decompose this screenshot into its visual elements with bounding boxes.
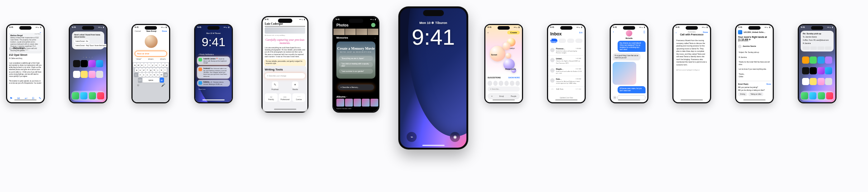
app-11[interactable] [817,78,825,85]
key-n[interactable]: n [156,73,159,77]
describe-input[interactable]: ✦ Describe... [488,87,520,92]
face-6[interactable] [515,81,520,86]
list-item[interactable]: United…9:32 AMCheck-in for flight to New… [548,56,585,66]
to-line[interactable]: To: Jasmine Sancie [803,36,831,38]
camera-button[interactable]: ◉ [450,132,460,142]
create-button[interactable]: Create [507,31,520,34]
app-4[interactable] [825,56,832,64]
app-reminders[interactable] [73,71,80,78]
key-space[interactable]: space [143,78,159,83]
rewrite-button[interactable]: ✦Rewrite [292,82,298,90]
dock-phone[interactable] [801,92,808,99]
flashlight-button[interactable]: ⌁ [407,132,417,142]
dock-music[interactable] [826,92,833,99]
face-3[interactable] [499,81,503,86]
received-image[interactable] [613,62,636,85]
header-tab[interactable]: UA1304, United Airlin... [738,30,771,34]
list-item[interactable]: Adil Jain8:15 AMSomething exciting [548,87,585,90]
prompt-pill-3[interactable]: "Last summer in our garden" [339,69,373,74]
list-item[interactable]: Florence…9:38 AMInvited to Ledoux soft o… [548,46,585,56]
dock-safari[interactable] [80,92,87,99]
tab-people[interactable]: People [511,95,517,97]
memory-card[interactable]: Create a Memory Movie WITH JUST A DESCRI… [336,41,375,79]
key-l[interactable]: l [163,68,167,72]
recent-grid[interactable] [334,29,378,35]
key-b[interactable]: b [153,73,156,77]
home-indicator[interactable] [493,99,515,100]
key-g[interactable]: g [149,68,153,72]
message-list[interactable]: Florence…9:38 AMInvited to Ledoux soft o… [548,46,585,89]
key-q[interactable]: q [133,63,136,67]
app-8[interactable] [825,67,832,74]
app-12[interactable] [825,78,832,85]
prompt-pill-1[interactable]: "Everything we ate in Japan" [339,56,373,61]
back-button[interactable]: ‹ [488,31,489,34]
key-y[interactable]: y [151,63,154,67]
key-m[interactable]: m [160,73,163,77]
dock-messages[interactable] [89,92,96,99]
suggestion-1[interactable]: "driver" [136,58,142,60]
key-z[interactable]: z [139,73,142,77]
done-button[interactable]: Done [767,83,771,85]
app-7[interactable] [817,67,825,74]
sent-message-1[interactable]: Any chance you could babysit Chico next … [618,41,646,52]
key-w[interactable]: w [137,63,140,67]
dock-phone[interactable] [72,92,79,99]
home-indicator[interactable] [743,99,766,100]
thread-header[interactable]: Michelle [611,30,647,39]
dock-messages[interactable] [818,92,825,99]
key-f[interactable]: f [146,68,149,72]
face-1[interactable] [488,81,492,86]
app-tv[interactable] [81,60,88,67]
app-wallet[interactable] [73,60,80,67]
key-o[interactable]: o [162,63,165,67]
albums-header[interactable]: Albums › [336,95,375,98]
compose-sheet[interactable]: Re: Sunday pick-up To: Jasmine Sancie Cc… [801,31,834,51]
seg-4[interactable] [575,39,582,43]
app-podcasts[interactable] [88,60,96,67]
sender-avatar[interactable] [738,45,742,48]
received-message-1[interactable]: It's a good thing I love that cat as muc… [613,53,641,60]
suggestion-2[interactable]: drivers [148,58,154,60]
app-9[interactable] [802,78,809,85]
face-4[interactable] [504,81,509,86]
page-dots[interactable]: • ● • • [70,56,106,58]
key-a[interactable]: a [135,68,138,72]
key-e[interactable]: e [140,63,144,67]
suggestion-3[interactable]: driver's [160,58,166,60]
done-button[interactable]: Done [162,30,167,32]
add-button[interactable]: ＋ [613,96,617,99]
tone-professional[interactable]: ▭Professional [279,93,292,102]
key-x[interactable]: x [142,73,145,77]
key-shift[interactable]: ⇧ [134,73,138,77]
flag-button[interactable]: ⚑ [10,97,13,100]
sent-message-2[interactable]: All heroes wear capes, but you don't nee… [618,86,646,93]
tone-concise[interactable]: ⋯Concise [292,93,305,102]
memories-section-header[interactable]: Memories› [336,36,375,39]
key-c[interactable]: c [146,73,149,77]
reply-chip-driving[interactable]: Driving [738,92,747,96]
describe-change-input[interactable]: ✦ Describe your change [265,73,305,79]
home-indicator[interactable] [422,145,445,146]
notification-1[interactable]: Isabella Lamare 📅 · Invite for dinner wi… [197,56,230,65]
app-1[interactable] [802,56,809,64]
attachment-strip[interactable] [803,46,831,50]
article-selection[interactable]: He was reliable, personable, and gently … [265,60,305,66]
app-3[interactable] [817,56,825,64]
result-chip-2[interactable]: Ivana Durosi · Hey! Sooo I know that boo… [74,44,106,47]
key-r[interactable]: r [144,63,147,67]
tab-emoji[interactable]: Emoji [499,95,504,97]
key-t[interactable]: t [148,63,151,67]
key-j[interactable]: j [156,68,159,72]
summarize-button[interactable]: ⨁ Summarize [738,40,771,42]
describe-memory-input[interactable]: ✦ Describe a Memory... [338,84,374,90]
message-scroll[interactable]: Any chance you could babysit Chico next … [613,41,646,95]
emoji-keyboard-button[interactable]: ☺ [136,83,140,87]
home-indicator[interactable] [681,99,703,100]
home-indicator[interactable] [274,109,296,110]
home-indicator[interactable] [202,99,225,100]
key-h[interactable]: h [153,68,156,72]
key-delete[interactable]: ⌫ [163,73,168,77]
seg-primary[interactable]: ✉︎ Primary [550,39,557,43]
face-2[interactable] [493,81,498,86]
